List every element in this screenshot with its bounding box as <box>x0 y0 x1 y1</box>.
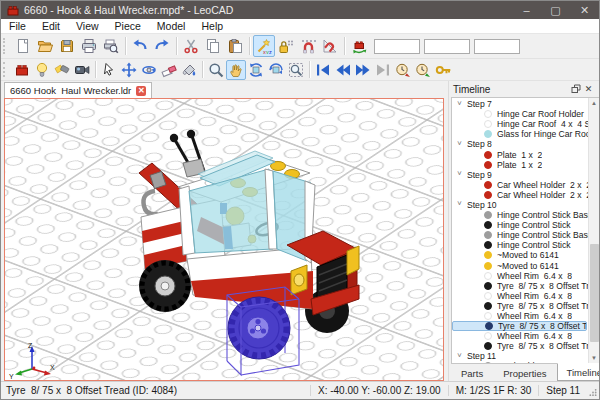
timeline-step[interactable]: >Step 10 <box>452 200 588 210</box>
timeline-part-item[interactable]: Plate 1 x 2 <box>452 160 588 170</box>
timeline-step[interactable]: >Step 8 <box>452 139 588 149</box>
resize-grip[interactable] <box>587 382 599 399</box>
timeline-step[interactable]: >Step 7 <box>452 99 588 109</box>
scroll-down-icon[interactable]: ▼ <box>589 353 599 363</box>
timeline-part-item[interactable]: Tyre 8/ 75 x 8 Offset Tr... <box>452 301 588 311</box>
select-button[interactable] <box>99 60 119 80</box>
minimize-button[interactable]: – <box>512 1 541 19</box>
last-step-button[interactable] <box>373 60 393 80</box>
panel-close-icon[interactable]: ✕ <box>582 83 595 96</box>
transform-input-z[interactable] <box>474 39 520 54</box>
timeline-part-item[interactable]: Wheel Rim 6.4 x 8 <box>452 291 588 301</box>
part-name: Hinge Car Roof 4 x 4 S... <box>497 119 588 129</box>
close-button[interactable]: ✕ <box>570 1 599 19</box>
transform-input-y[interactable] <box>424 39 470 54</box>
previous-step-button[interactable] <box>333 60 353 80</box>
3d-viewport[interactable]: Z X Y <box>4 98 444 381</box>
insert-piece-button[interactable] <box>12 60 32 80</box>
timeline-part-item[interactable]: Tyre 8/ 75 x 8 Offset Tr... <box>452 281 588 291</box>
toolbar-separator <box>202 61 203 77</box>
timeline-part-item[interactable]: Glass for Hinge Car Roo... <box>452 129 588 139</box>
relative-transform-button[interactable]: xyz <box>253 35 275 57</box>
copy-button[interactable] <box>202 35 224 57</box>
paste-button[interactable] <box>224 35 246 57</box>
collapse-chevron-icon[interactable]: > <box>456 353 463 360</box>
roll-button[interactable] <box>266 60 286 80</box>
menu-edit[interactable]: Edit <box>34 19 68 33</box>
snap-grid-button[interactable] <box>297 35 319 57</box>
paint-button[interactable] <box>179 60 199 80</box>
spotlight-button[interactable] <box>52 60 72 80</box>
print-preview-button[interactable] <box>100 35 122 57</box>
timeline-step[interactable]: >Step 9 <box>452 170 588 180</box>
collapse-chevron-icon[interactable]: > <box>456 101 463 108</box>
timeline-part-item[interactable]: Plate 1 x 2 <box>452 149 588 159</box>
maximize-button[interactable]: ▢ <box>541 1 570 19</box>
timeline-part-item[interactable]: Hinge Control Stick Base <box>452 230 588 240</box>
open-file-button[interactable] <box>34 35 56 57</box>
part-name: Plate 1 x 2 <box>497 150 542 160</box>
timeline-part-item[interactable]: Wheel Rim 6.4 x 8 <box>452 331 588 341</box>
light-button[interactable] <box>32 60 52 80</box>
delete-button[interactable] <box>159 60 179 80</box>
new-file-button[interactable] <box>12 35 34 57</box>
cut-button[interactable] <box>180 35 202 57</box>
timeline-part-item[interactable]: Car Wheel Holder 2 x 2... <box>452 190 588 200</box>
time-forward-button[interactable] <box>413 60 433 80</box>
timeline-part-item[interactable]: Hinge Control Stick Base <box>452 210 588 220</box>
timeline-part-item[interactable]: Wheel Rim 6.4 x 8 <box>452 311 588 321</box>
collapse-chevron-icon[interactable]: > <box>456 171 463 178</box>
zoom-button[interactable] <box>206 60 226 80</box>
float-window-icon[interactable] <box>569 83 582 96</box>
rotate-view-button[interactable] <box>246 60 266 80</box>
collapse-chevron-icon[interactable]: > <box>456 141 463 148</box>
timeline-part-item[interactable]: Tyre 8/ 75 x 8 Offset Tr... <box>452 341 588 351</box>
pan-button[interactable] <box>226 60 246 80</box>
panel-tab-properties[interactable]: Properties <box>493 364 556 381</box>
zoom-region-button[interactable] <box>286 60 306 80</box>
transform-button[interactable] <box>348 35 370 57</box>
document-tab[interactable]: 6660 Hook Haul Wrecker.ldr ✕ <box>4 82 152 98</box>
edit-keys-button[interactable] <box>433 60 453 80</box>
menu-help[interactable]: Help <box>193 19 231 33</box>
timeline-part-item[interactable]: Wheel Rim 6.4 x 8 <box>452 271 588 281</box>
next-step-button[interactable] <box>353 60 373 80</box>
scroll-up-icon[interactable]: ▲ <box>589 98 599 108</box>
rotate-button[interactable] <box>139 60 159 80</box>
panel-tab-parts[interactable]: Parts <box>451 364 493 381</box>
snap-angle-button[interactable] <box>319 35 341 57</box>
toolbar-handle[interactable] <box>3 38 9 55</box>
menu-piece[interactable]: Piece <box>107 19 149 33</box>
timeline-part-item[interactable]: Tyre 8/ 75 x 8 Offset Tr... <box>452 321 587 331</box>
menu-model[interactable]: Model <box>149 19 194 33</box>
first-step-button[interactable] <box>313 60 333 80</box>
snap-move-button[interactable] <box>275 35 297 57</box>
timeline-step[interactable]: >Step 11 <box>452 351 588 361</box>
scroll-thumb[interactable] <box>590 244 599 342</box>
timeline-part-item[interactable]: Hinge Control Stick <box>452 220 588 230</box>
print-button[interactable] <box>78 35 100 57</box>
save-file-button[interactable] <box>56 35 78 57</box>
camera-button[interactable] <box>72 60 92 80</box>
collapse-chevron-icon[interactable]: > <box>456 201 463 208</box>
toolbar-handle[interactable] <box>3 62 9 77</box>
menu-view[interactable]: View <box>68 19 107 33</box>
menubar: FileEditViewPieceModelHelp <box>1 19 599 34</box>
part-name: Hinge Control Stick Base <box>497 210 588 220</box>
redo-button[interactable] <box>151 35 173 57</box>
transform-input-x[interactable] <box>374 39 420 54</box>
timeline-part-item[interactable]: Car Wheel Holder 2 x 2... <box>452 180 588 190</box>
menu-file[interactable]: File <box>1 19 34 33</box>
timeline-scrollbar[interactable]: ▲ ▼ <box>588 98 599 363</box>
timeline-part-item[interactable]: ~Moved to 6141 <box>452 250 588 260</box>
tab-close-icon[interactable]: ✕ <box>136 86 146 96</box>
rear-left-wheel[interactable] <box>139 260 191 312</box>
panel-tab-timeline[interactable]: Timeline <box>557 363 600 381</box>
time-backward-button[interactable] <box>393 60 413 80</box>
timeline-part-item[interactable]: ~Moved to 6141 <box>452 261 588 271</box>
move-button[interactable] <box>119 60 139 80</box>
timeline-part-item[interactable]: Hinge Car Roof Holder ... <box>452 109 588 119</box>
timeline-part-item[interactable]: Hinge Car Roof 4 x 4 S... <box>452 119 588 129</box>
timeline-part-item[interactable]: Hinge Control Stick <box>452 240 588 250</box>
undo-button[interactable] <box>129 35 151 57</box>
